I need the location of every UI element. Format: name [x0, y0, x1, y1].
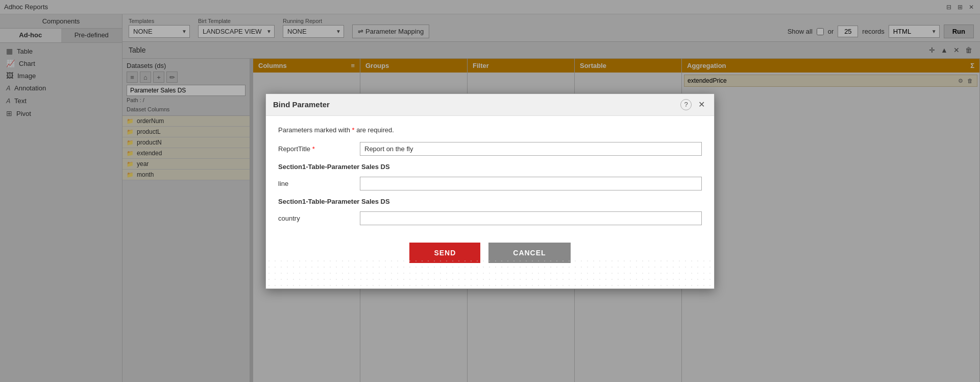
bind-parameter-modal: Bind Parameter ? ✕ Parameters marked wit…: [265, 93, 715, 289]
modal-help-button[interactable]: ?: [680, 99, 692, 110]
country-input[interactable]: [360, 211, 702, 225]
country-field-row: country: [278, 211, 702, 225]
modal-close-button[interactable]: ✕: [696, 99, 707, 110]
cancel-button[interactable]: CANCEL: [488, 243, 570, 263]
line-label: line: [278, 180, 360, 187]
section2-header: Section1-Table-Parameter Sales DS: [278, 198, 702, 207]
line-input[interactable]: [360, 177, 702, 190]
modal-title: Bind Parameter: [273, 100, 330, 109]
report-title-label: ReportTitle *: [278, 145, 360, 153]
report-title-field-row: ReportTitle *: [278, 142, 702, 156]
modal-buttons: SEND CANCEL: [278, 232, 702, 278]
modal-header: Bind Parameter ? ✕: [266, 94, 714, 116]
section1-header: Section1-Table-Parameter Sales DS: [278, 163, 702, 173]
modal-body: Parameters marked with * are required. R…: [266, 116, 714, 289]
required-star: *: [352, 126, 355, 134]
send-button[interactable]: SEND: [409, 243, 480, 263]
report-title-input[interactable]: [360, 142, 702, 156]
country-label: country: [278, 214, 360, 222]
line-field-row: line: [278, 177, 702, 190]
required-note: Parameters marked with * are required.: [278, 126, 702, 134]
report-title-required-star: *: [312, 145, 315, 153]
modal-overlay: Bind Parameter ? ✕ Parameters marked wit…: [0, 0, 980, 382]
modal-header-actions: ? ✕: [680, 99, 707, 110]
